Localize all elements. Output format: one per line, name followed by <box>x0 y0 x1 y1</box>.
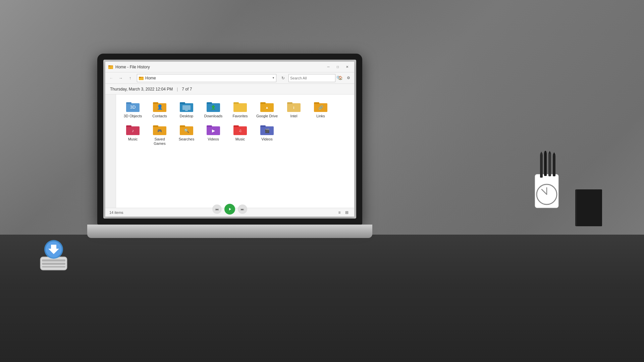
svg-text:🎬: 🎬 <box>265 128 270 133</box>
window-controls: ─ □ ✕ <box>324 64 352 70</box>
up-button[interactable]: ↑ <box>126 74 134 82</box>
folder-grid: 3D 3D Objects 👤 Contacts Desktop Downloa… <box>120 99 350 148</box>
folder-icon-downloads <box>207 101 220 113</box>
svg-rect-69 <box>548 154 551 176</box>
pencil-cup <box>527 151 567 219</box>
folder-icon-music2: ♫ <box>233 124 247 136</box>
folder-item-videos[interactable]: ▶ Videos <box>201 122 226 148</box>
svg-text:♫: ♫ <box>239 128 242 133</box>
svg-rect-30 <box>233 102 239 104</box>
folder-item-desktop[interactable]: Desktop <box>174 99 199 120</box>
svg-rect-14 <box>139 78 143 80</box>
folder-item-searches[interactable]: 🔍 Searches <box>174 122 199 148</box>
folder-icon-contacts: 👤 <box>153 101 166 113</box>
folder-item-videos2[interactable]: 🎬 Videos <box>254 122 280 148</box>
folder-item-saved-games[interactable]: 🎮 Saved Games <box>147 122 172 148</box>
svg-rect-45 <box>153 125 158 127</box>
folder-icon-intel: i <box>287 101 301 113</box>
address-dropdown-arrow[interactable]: ▼ <box>271 74 276 82</box>
svg-text:♪: ♪ <box>132 128 134 133</box>
laptop: ⌂ Home - File History ─ □ ✕ ← → ↑ <box>97 54 362 238</box>
svg-text:🔍: 🔍 <box>184 128 189 133</box>
refresh-button[interactable]: ↻ <box>279 74 287 82</box>
notebook <box>574 188 604 229</box>
folder-item-downloads[interactable]: Downloads <box>201 99 226 120</box>
settings-button[interactable]: ⚙ <box>345 74 352 82</box>
folder-label-music: Music <box>128 137 138 141</box>
list-view-button[interactable]: ≡ <box>336 209 343 216</box>
folder-label-intel: Intel <box>290 114 298 118</box>
folder-label-searches: Searches <box>179 137 194 141</box>
svg-rect-42 <box>126 125 131 127</box>
search-input[interactable] <box>290 76 336 80</box>
svg-text:▲: ▲ <box>265 106 269 109</box>
back-button[interactable]: ← <box>107 74 115 82</box>
svg-rect-13 <box>139 77 141 78</box>
svg-rect-26 <box>207 102 212 104</box>
svg-rect-65 <box>540 154 543 178</box>
folder-icon-desktop <box>180 101 193 113</box>
folder-label-links: Links <box>316 114 325 118</box>
address-input[interactable] <box>145 76 271 80</box>
folder-item-music2[interactable]: ♫ Music <box>227 122 253 148</box>
folder-item-links[interactable]: 🔗 Links <box>308 99 333 120</box>
file-history-window: ⌂ Home - File History ─ □ ✕ ← → ↑ <box>105 61 355 217</box>
forward-button[interactable]: → <box>117 74 125 82</box>
svg-text:🎮: 🎮 <box>157 128 162 133</box>
svg-text:★: ★ <box>238 105 243 110</box>
prev-button[interactable]: ⏮ <box>212 204 222 214</box>
sidebar <box>105 95 116 208</box>
svg-text:▶: ▶ <box>212 128 215 133</box>
folder-label-music2: Music <box>235 137 245 141</box>
item-count: 14 items <box>109 210 123 215</box>
folder-item-intel[interactable]: i Intel <box>281 99 307 120</box>
folder-label-google-drive: Google Drive <box>256 114 278 118</box>
window-title: Home - File History <box>115 65 324 69</box>
grid-view-button[interactable]: ⊞ <box>343 209 350 216</box>
svg-rect-57 <box>260 125 266 127</box>
toolbar-actions: 🏠 ⚙ <box>337 74 352 82</box>
svg-rect-9 <box>108 65 110 66</box>
folder-label-videos: Videos <box>208 137 219 141</box>
version-label: 7 of 7 <box>182 87 192 92</box>
playback-controls: ⏮ ⏭ <box>212 204 247 215</box>
svg-rect-36 <box>287 102 292 104</box>
laptop-base <box>87 225 372 238</box>
play-pause-button[interactable] <box>224 204 235 215</box>
folder-icon-favorites: ★ <box>233 101 247 113</box>
close-button[interactable]: ✕ <box>343 64 352 70</box>
folder-label-saved-games: Saved Games <box>148 137 171 146</box>
next-button[interactable]: ⏭ <box>238 204 247 214</box>
minimize-button[interactable]: ─ <box>324 64 333 70</box>
folder-label-favorites: Favorites <box>232 114 248 118</box>
svg-rect-19 <box>153 102 158 104</box>
folder-item-contacts[interactable]: 👤 Contacts <box>147 99 172 120</box>
svg-rect-22 <box>180 102 185 104</box>
home-button[interactable]: 🏠 <box>337 74 344 82</box>
svg-marker-72 <box>553 152 555 155</box>
folder-icon-saved-games: 🎮 <box>153 124 166 136</box>
svg-rect-28 <box>211 109 215 110</box>
separator: | <box>177 87 178 92</box>
restore-button[interactable]: □ <box>333 64 342 70</box>
folder-item-3d-objects[interactable]: 3D 3D Objects <box>120 99 146 120</box>
svg-rect-54 <box>233 125 239 127</box>
folder-icon-3d-objects: 3D <box>126 101 140 113</box>
window-titlebar: ⌂ Home - File History ─ □ ✕ <box>105 62 354 72</box>
main-content: 3D 3D Objects 👤 Contacts Desktop Downloa… <box>116 95 354 208</box>
folder-icon-searches: 🔍 <box>180 124 193 136</box>
svg-rect-74 <box>577 189 602 226</box>
folder-label-desktop: Desktop <box>180 114 193 118</box>
folder-item-google-drive[interactable]: ▲ Google Drive <box>254 99 280 120</box>
toolbar: ← → ↑ ▼ <box>105 72 354 84</box>
date-label: Thursday, March 3, 2022 12:04 PM <box>110 87 173 92</box>
folder-item-music[interactable]: ♪ Music <box>120 122 146 148</box>
svg-rect-33 <box>260 102 266 104</box>
search-bar: 🔍 <box>288 74 335 82</box>
svg-rect-24 <box>185 110 188 111</box>
laptop-bezel: ⌂ Home - File History ─ □ ✕ ← → ↑ <box>97 54 362 225</box>
folder-icon-music: ♪ <box>126 124 140 136</box>
svg-text:⌂: ⌂ <box>110 67 111 69</box>
svg-text:🔗: 🔗 <box>318 105 323 110</box>
folder-item-favorites[interactable]: ★ Favorites <box>227 99 253 120</box>
